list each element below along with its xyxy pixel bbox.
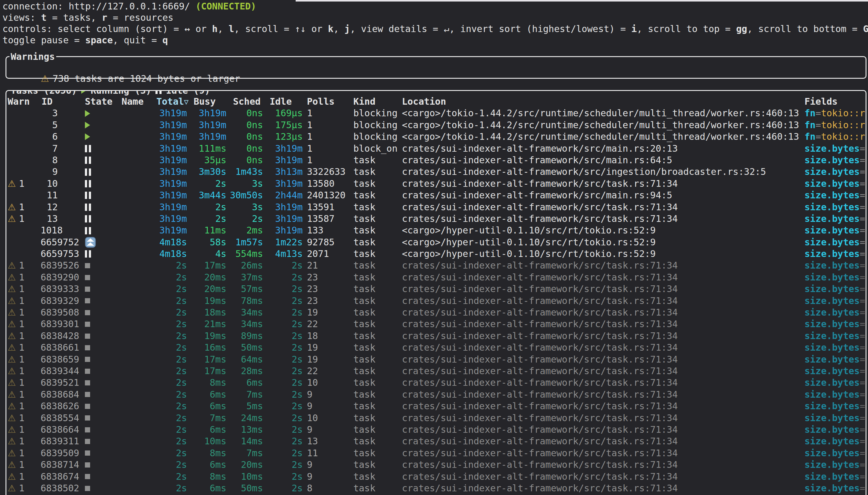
cell-kind: task — [352, 354, 400, 365]
task-row[interactable]: ⚠1 133h19m2s2s3h19m13587taskcrates/sui-i… — [6, 213, 866, 225]
cell-sched: 0ns — [226, 131, 263, 142]
cell-warn: ⚠1 — [7, 342, 40, 353]
cell-fields: size.bytes= — [804, 213, 866, 225]
column-header-polls[interactable]: Polls — [303, 96, 352, 107]
cell-fields: size.bytes= — [804, 154, 866, 166]
cell-busy: 3m30s — [187, 166, 226, 177]
task-row[interactable]: ⚠168386262s6ms5ms2s9taskcrates/sui-index… — [6, 400, 866, 412]
column-header-state[interactable]: State — [85, 96, 121, 107]
cell-loc: crates/sui-indexer-alt-framework/src/tas… — [400, 201, 804, 213]
column-spacer — [58, 342, 85, 353]
task-row[interactable]: 10183h19m11ms2ms3h19m133task<cargo>/hype… — [6, 225, 866, 236]
task-row[interactable]: ⚠168386612s16ms50ms2s19taskcrates/sui-in… — [6, 342, 866, 353]
warn-triangle-icon: ⚠ — [7, 448, 16, 458]
task-row[interactable]: 33h19m3h19m0ns169µs1blocking<cargo>/toki… — [6, 107, 866, 119]
task-row[interactable]: 66597534m18s4s554ms4m13s2071task<cargo>/… — [6, 248, 866, 260]
scheduled-icon — [85, 237, 96, 248]
cell-idle: 2s — [263, 342, 303, 353]
cell-warn: ⚠1 — [7, 459, 40, 471]
warn-triangle-icon: ⚠ — [7, 295, 16, 306]
column-spacer — [58, 330, 85, 342]
cell-busy: 18ms — [187, 307, 226, 318]
task-row[interactable]: ⚠168393292s19ms78ms2s23taskcrates/sui-in… — [6, 295, 866, 307]
warn-triangle-icon: ⚠ — [7, 401, 16, 411]
task-row[interactable]: 83h19m35µs0ns3h19m1taskcrates/sui-indexe… — [6, 154, 866, 166]
task-row[interactable]: ⚠168386742s8ms10ms2s9taskcrates/sui-inde… — [6, 471, 866, 482]
column-header-idle[interactable]: Idle — [263, 96, 303, 107]
task-row[interactable]: 53h19m3h19m0ns175µs1blocking<cargo>/toki… — [6, 119, 866, 131]
task-row[interactable]: ⚠168392902s20ms37ms2s23taskcrates/sui-in… — [6, 272, 866, 283]
cell-id: 6838428 — [40, 330, 58, 342]
cell-loc: crates/sui-indexer-alt-framework/src/tas… — [400, 272, 804, 283]
task-row[interactable]: ⚠168384282s19ms89ms2s18taskcrates/sui-in… — [6, 330, 866, 342]
cell-state — [85, 107, 121, 119]
column-header-total[interactable]: Total▿ — [156, 96, 187, 107]
task-row[interactable]: ⚠168395262s17ms26ms2s21taskcrates/sui-in… — [6, 260, 866, 271]
task-row[interactable]: ⚠168386592s17ms64ms2s19taskcrates/sui-in… — [6, 354, 866, 365]
cell-loc: crates/sui-indexer-alt-framework/src/tas… — [400, 471, 804, 482]
column-header-warn[interactable]: Warn — [7, 96, 40, 107]
task-row[interactable]: ⚠168393112s10ms14ms2s13taskcrates/sui-in… — [6, 436, 866, 447]
task-row[interactable]: 93h19m3m30s1m43s3h13m3322633taskcrates/s… — [6, 166, 866, 177]
column-header-location[interactable]: Location — [400, 96, 804, 107]
cell-state — [85, 482, 121, 494]
cell-loc: crates/sui-indexer-alt-framework/src/tas… — [400, 330, 804, 342]
column-header-kind[interactable]: Kind — [352, 96, 400, 107]
task-row[interactable]: ⚠168393442s17ms28ms2s22taskcrates/sui-in… — [6, 365, 866, 377]
cell-busy: 3m44s — [187, 189, 226, 201]
cell-state — [85, 436, 121, 447]
task-row[interactable]: ⚠168395212s8ms6ms2s10taskcrates/sui-inde… — [6, 377, 866, 389]
task-row[interactable]: 113h19m3m44s30m50s2h44m2401320taskcrates… — [6, 189, 866, 201]
column-header-fields[interactable]: Fields — [804, 96, 866, 107]
cell-idle: 2s — [263, 283, 303, 295]
cell-sched: 28ms — [226, 365, 263, 377]
task-row[interactable]: ⚠168386842s6ms7ms2s9taskcrates/sui-index… — [6, 389, 866, 400]
column-spacer — [58, 412, 85, 424]
task-row[interactable]: 63h19m3h19m0ns123µs1blocking<cargo>/toki… — [6, 131, 866, 142]
task-row[interactable]: ⚠168385022s6ms50ms2s8taskcrates/sui-inde… — [6, 482, 866, 494]
cell-busy: 10ms — [187, 436, 226, 447]
cell-total: 2s — [156, 272, 187, 283]
column-header-id[interactable]: ID — [40, 96, 58, 107]
cell-state — [85, 342, 121, 353]
task-row[interactable]: ⚠168387142s6ms20ms2s9taskcrates/sui-inde… — [6, 459, 866, 471]
task-row[interactable]: ⚠168393332s20ms57ms2s23taskcrates/sui-in… — [6, 283, 866, 295]
cell-state — [85, 377, 121, 389]
cell-loc: crates/sui-indexer-alt-framework/src/tas… — [400, 307, 804, 318]
idle-icon — [85, 250, 91, 258]
cell-kind: task — [352, 424, 400, 436]
task-row[interactable]: ⚠168395082s18ms34ms2s19taskcrates/sui-in… — [6, 307, 866, 318]
cell-warn: ⚠1 — [7, 412, 40, 424]
cell-fields: size.bytes= — [804, 365, 866, 377]
cell-state — [85, 131, 121, 142]
cell-polls: 19 — [303, 342, 352, 353]
cell-id: 6839508 — [40, 307, 58, 318]
cell-name — [121, 482, 156, 494]
cell-name — [121, 143, 156, 154]
cell-loc: crates/sui-indexer-alt-framework/src/mai… — [400, 143, 804, 154]
task-row[interactable]: ⚠1 123h19m2s3s3h19m13591taskcrates/sui-i… — [6, 201, 866, 213]
task-row[interactable]: ⚠168395092s8ms7ms2s11taskcrates/sui-inde… — [6, 447, 866, 459]
cell-idle: 2s — [263, 459, 303, 471]
task-row[interactable]: ⚠1 103h19m2s3s3h19m13580taskcrates/sui-i… — [6, 178, 866, 189]
help-header: connection: http://127.0.0.1:6669/ (CONN… — [0, 0, 868, 46]
column-spacer — [58, 482, 85, 494]
task-row[interactable]: ⚠168393012s21ms34ms2s22taskcrates/sui-in… — [6, 318, 866, 330]
task-row[interactable]: 73h19m111ms0ns3h19m1block_oncrates/sui-i… — [6, 143, 866, 154]
warn-triangle-icon: ⚠ — [7, 260, 16, 271]
task-row[interactable]: ⚠168386642s6ms13ms2s9taskcrates/sui-inde… — [6, 424, 866, 436]
column-spacer — [58, 436, 85, 447]
cell-busy: 8ms — [187, 471, 226, 482]
cell-sched: 10ms — [226, 471, 263, 482]
column-header-sched[interactable]: Sched — [226, 96, 263, 107]
column-header-name[interactable]: Name — [121, 96, 156, 107]
cell-total: 3h19m — [156, 143, 187, 154]
column-header-busy[interactable]: Busy — [187, 96, 226, 107]
cell-polls: 23 — [303, 272, 352, 283]
cell-fields: size.bytes= — [804, 459, 866, 471]
cell-kind: task — [352, 412, 400, 424]
help-line-4: toggle pause = space, quit = q — [2, 34, 868, 46]
task-row[interactable]: 66597524m18s58s1m57s1m22s92785task<cargo… — [6, 237, 866, 248]
task-row[interactable]: ⚠168385542s7ms24ms2s10taskcrates/sui-ind… — [6, 412, 866, 424]
cell-fields: fn=tokio::r — [804, 131, 866, 142]
